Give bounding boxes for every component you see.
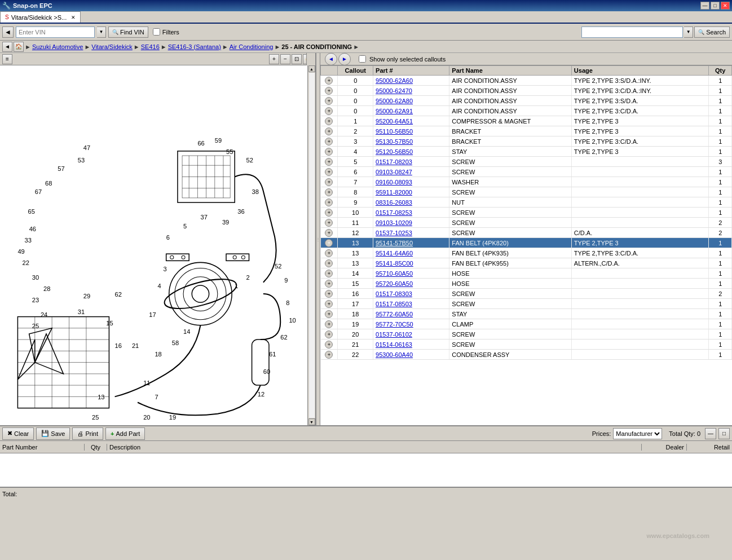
add-to-cart-btn[interactable]: +: [321, 116, 338, 126]
col-header-callout[interactable]: Callout: [338, 66, 373, 76]
part-link[interactable]: 09103-08247: [376, 169, 412, 175]
add-circle-icon[interactable]: +: [325, 97, 333, 105]
part-number-cell[interactable]: 95000-62A80: [373, 96, 449, 106]
add-circle-icon[interactable]: +: [325, 290, 333, 298]
tab-vitara[interactable]: S Vitara/Sidekick >S... ✕: [0, 11, 81, 23]
part-link[interactable]: 95141-57B50: [376, 240, 413, 246]
print-button[interactable]: 🖨 Print: [72, 427, 103, 440]
table-row[interactable]: + 16 01517-08303 SCREW 2: [321, 289, 732, 299]
part-number-cell[interactable]: 01514-06163: [373, 339, 449, 350]
part-number-cell[interactable]: 95200-64A51: [373, 116, 449, 126]
table-row[interactable]: + 0 95000-62A60 AIR CONDITION.ASSY TYPE …: [321, 76, 732, 86]
table-row[interactable]: + 0 95000-62A80 AIR CONDITION.ASSY TYPE …: [321, 96, 732, 106]
table-row[interactable]: + 2 95110-56B50 BRACKET TYPE 2,TYPE 3 1: [321, 126, 732, 136]
table-row[interactable]: + 15 95720-60A50 HOSE 1: [321, 279, 732, 289]
col-header-usage[interactable]: Usage: [571, 66, 709, 76]
part-link[interactable]: 95000-62A60: [376, 77, 413, 84]
part-number-cell[interactable]: 01537-06102: [373, 329, 449, 339]
part-link[interactable]: 95000-62A80: [376, 98, 413, 104]
bc-link-0[interactable]: Suzuki Automotive: [32, 43, 83, 50]
part-link[interactable]: 95141-64A60: [376, 250, 413, 257]
part-number-cell[interactable]: 95911-82000: [373, 187, 449, 197]
part-number-cell[interactable]: 01517-08203: [373, 157, 449, 167]
vin-input[interactable]: [16, 27, 95, 38]
part-link[interactable]: 95772-60A50: [376, 311, 413, 318]
table-row[interactable]: + 14 95710-60A50 HOSE 1: [321, 268, 732, 279]
col-header-qty[interactable]: Qty: [709, 66, 732, 76]
part-number-cell[interactable]: 09103-10209: [373, 218, 449, 228]
add-circle-icon[interactable]: +: [325, 178, 333, 186]
part-number-cell[interactable]: 95300-60A40: [373, 350, 449, 360]
part-number-cell[interactable]: 95141-57B50: [373, 238, 449, 248]
add-to-cart-btn[interactable]: +: [321, 86, 338, 96]
add-to-cart-btn[interactable]: +: [321, 208, 338, 218]
part-link[interactable]: 01517-08303: [376, 290, 412, 297]
add-circle-icon[interactable]: +: [325, 188, 333, 196]
add-circle-icon[interactable]: +: [325, 351, 333, 359]
part-link[interactable]: 95772-70C50: [376, 321, 413, 328]
bc-link-2[interactable]: SE416: [141, 43, 160, 50]
part-link[interactable]: 95141-85C00: [376, 260, 413, 267]
col-header-name[interactable]: Part Name: [449, 66, 571, 76]
show-selected-checkbox[interactable]: [359, 55, 366, 63]
table-row[interactable]: + 17 01517-08503 SCREW 1: [321, 299, 732, 309]
part-number-cell[interactable]: 09103-08247: [373, 167, 449, 177]
clear-button[interactable]: ✖ Clear: [2, 427, 34, 440]
add-to-cart-btn[interactable]: +: [321, 218, 338, 228]
diagram-scrollbar[interactable]: ▲ ▼: [307, 65, 315, 425]
add-to-cart-btn[interactable]: +: [321, 187, 338, 197]
prices-select[interactable]: Manufacturer: [613, 428, 662, 439]
part-link[interactable]: 95200-64A51: [376, 118, 413, 125]
part-number-cell[interactable]: 95772-60A50: [373, 309, 449, 319]
add-circle-icon[interactable]: +: [325, 330, 333, 338]
add-circle-icon[interactable]: +: [325, 148, 333, 156]
add-circle-icon[interactable]: +: [325, 229, 333, 237]
table-row[interactable]: + 12 01537-10253 SCREW C/D.A. 2: [321, 228, 732, 238]
add-to-cart-btn[interactable]: +: [321, 289, 338, 299]
save-button[interactable]: 💾 Save: [36, 427, 70, 440]
part-number-cell[interactable]: 01517-08253: [373, 208, 449, 218]
add-circle-icon[interactable]: +: [325, 209, 333, 217]
part-number-cell[interactable]: 95141-64A60: [373, 248, 449, 258]
add-circle-icon[interactable]: +: [325, 107, 333, 115]
table-row[interactable]: + 5 01517-08203 SCREW 3: [321, 157, 732, 167]
part-link[interactable]: 01517-08503: [376, 301, 412, 307]
search-input[interactable]: [581, 27, 683, 38]
add-circle-icon[interactable]: +: [325, 300, 333, 308]
add-circle-icon[interactable]: +: [325, 219, 333, 227]
add-to-cart-btn[interactable]: +: [321, 167, 338, 177]
home-button[interactable]: 🏠: [14, 42, 24, 52]
part-link[interactable]: 08316-26083: [376, 199, 412, 206]
minimize-button[interactable]: —: [700, 2, 709, 10]
part-link[interactable]: 09103-10209: [376, 219, 412, 226]
part-link[interactable]: 01517-08203: [376, 158, 412, 165]
part-link[interactable]: 01537-06102: [376, 331, 412, 338]
part-link[interactable]: 95911-82000: [376, 189, 412, 196]
bc-link-3[interactable]: SE416-3 (Santana): [168, 43, 221, 50]
part-number-cell[interactable]: 01517-08303: [373, 289, 449, 299]
table-row[interactable]: + 0 95000-62470 AIR CONDITION.ASSY TYPE …: [321, 86, 732, 96]
vin-dropdown[interactable]: ▼: [97, 27, 106, 38]
add-to-cart-btn[interactable]: +: [321, 147, 338, 157]
part-number-cell[interactable]: 95110-56B50: [373, 126, 449, 136]
add-to-cart-btn[interactable]: +: [321, 228, 338, 238]
table-row[interactable]: + 19 95772-70C50 CLAMP 1: [321, 319, 732, 329]
add-circle-icon[interactable]: +: [325, 259, 333, 267]
table-row[interactable]: + 13 95141-57B50 FAN BELT (4PK820) TYPE …: [321, 238, 732, 248]
add-circle-icon[interactable]: +: [325, 117, 333, 125]
table-row[interactable]: + 10 01517-08253 SCREW 1: [321, 208, 732, 218]
part-number-cell[interactable]: 08316-26083: [373, 197, 449, 208]
add-circle-icon[interactable]: +: [325, 310, 333, 318]
add-circle-icon[interactable]: +: [325, 239, 333, 247]
add-to-cart-btn[interactable]: +: [321, 157, 338, 167]
table-row[interactable]: + 1 95200-64A51 COMPRESSOR & MAGNET TYPE…: [321, 116, 732, 126]
part-link[interactable]: 95710-60A50: [376, 270, 413, 277]
table-row[interactable]: + 21 01514-06163 SCREW 1: [321, 339, 732, 350]
add-to-cart-btn[interactable]: +: [321, 238, 338, 248]
table-row[interactable]: + 8 95911-82000 SCREW 1: [321, 187, 732, 197]
add-to-cart-btn[interactable]: +: [321, 299, 338, 309]
part-number-cell[interactable]: 01537-10253: [373, 228, 449, 238]
fit-button[interactable]: ⊡: [292, 54, 302, 64]
part-link[interactable]: 95000-62A91: [376, 108, 413, 114]
add-circle-icon[interactable]: +: [325, 77, 333, 85]
